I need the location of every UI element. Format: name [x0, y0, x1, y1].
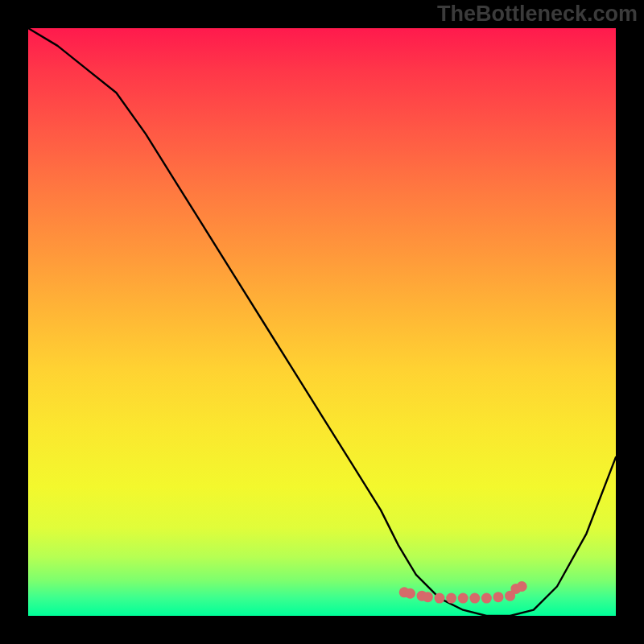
minimum-marker — [517, 581, 527, 592]
chart-frame: TheBottleneck.com — [0, 0, 644, 644]
minimum-marker — [469, 593, 480, 604]
minimum-marker — [493, 592, 504, 602]
minimum-marker — [435, 593, 445, 604]
minimum-marker — [405, 588, 415, 599]
chart-svg — [28, 28, 616, 616]
bottleneck-curve — [28, 28, 616, 616]
minimum-marker — [446, 593, 456, 604]
minimum-marker-group — [399, 581, 527, 604]
minimum-marker — [458, 593, 469, 604]
minimum-marker — [423, 592, 433, 602]
plot-area — [28, 28, 616, 616]
minimum-marker — [481, 593, 492, 604]
watermark-text: TheBottleneck.com — [437, 2, 638, 27]
